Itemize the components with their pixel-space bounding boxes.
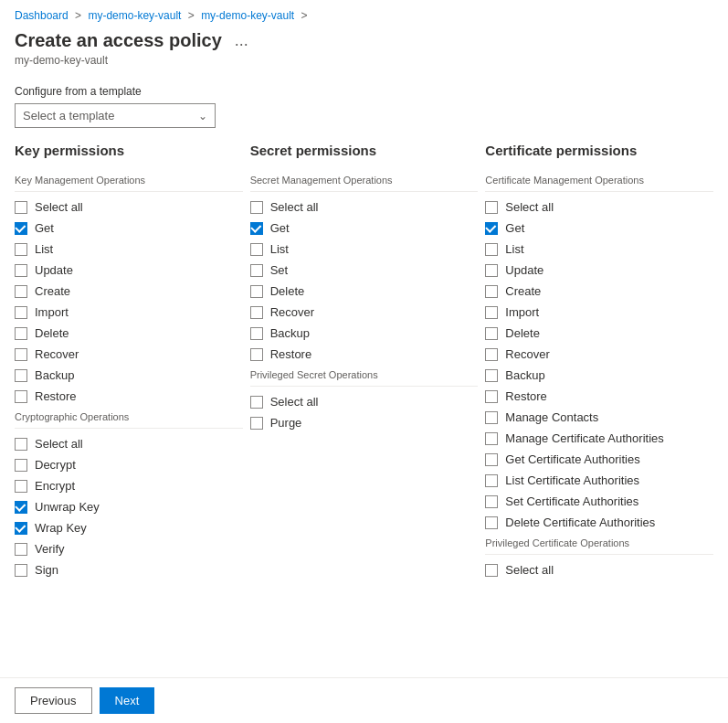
checkbox-key-0-8[interactable] xyxy=(15,369,27,382)
checkbox-certificate-0-13[interactable] xyxy=(485,474,498,487)
checkbox-label-key-0-8[interactable]: Backup xyxy=(35,368,74,382)
checkbox-label-key-1-2[interactable]: Encrypt xyxy=(35,479,75,493)
checkbox-label-key-0-4[interactable]: Create xyxy=(35,284,70,298)
checkbox-label-certificate-1-0[interactable]: Select all xyxy=(505,563,554,577)
col-key: Key permissionsKey Management Operations… xyxy=(15,143,243,585)
checkbox-certificate-1-0[interactable] xyxy=(485,564,498,577)
checkbox-label-key-0-7[interactable]: Recover xyxy=(35,347,79,361)
breadcrumb-vault2[interactable]: my-demo-key-vault xyxy=(201,9,294,22)
checkbox-secret-0-0[interactable] xyxy=(250,201,263,214)
checkbox-key-0-1[interactable] xyxy=(15,222,27,235)
checkbox-label-key-0-2[interactable]: List xyxy=(35,242,53,256)
checkbox-label-key-0-5[interactable]: Import xyxy=(35,305,69,319)
checkbox-label-key-0-1[interactable]: Get xyxy=(35,221,54,235)
checkbox-row: Get xyxy=(15,220,243,236)
checkbox-key-1-0[interactable] xyxy=(15,438,27,451)
checkbox-secret-1-1[interactable] xyxy=(250,417,263,430)
checkbox-certificate-0-12[interactable] xyxy=(485,453,498,466)
checkbox-key-1-6[interactable] xyxy=(15,564,27,577)
checkbox-key-1-3[interactable] xyxy=(15,501,27,514)
checkbox-label-secret-1-1[interactable]: Purge xyxy=(270,416,302,430)
checkbox-label-key-1-1[interactable]: Decrypt xyxy=(35,458,76,472)
checkbox-certificate-0-11[interactable] xyxy=(485,432,498,445)
checkbox-label-certificate-0-2[interactable]: List xyxy=(505,242,523,256)
checkbox-certificate-0-1[interactable] xyxy=(485,222,498,235)
checkbox-label-certificate-0-4[interactable]: Create xyxy=(505,284,541,298)
checkbox-label-certificate-0-14[interactable]: Set Certificate Authorities xyxy=(505,494,638,508)
checkbox-label-key-0-9[interactable]: Restore xyxy=(35,389,77,403)
checkbox-key-0-9[interactable] xyxy=(15,390,27,403)
checkbox-secret-0-7[interactable] xyxy=(250,348,263,361)
checkbox-secret-0-6[interactable] xyxy=(250,327,263,340)
checkbox-row: Encrypt xyxy=(15,478,243,494)
checkbox-label-key-1-3[interactable]: Unwrap Key xyxy=(35,500,100,514)
checkbox-label-secret-0-4[interactable]: Delete xyxy=(270,284,305,298)
next-button[interactable]: Next xyxy=(100,687,155,714)
breadcrumb-dashboard[interactable]: Dashboard xyxy=(15,9,69,22)
checkbox-label-secret-0-3[interactable]: Set xyxy=(270,263,289,277)
checkbox-key-1-2[interactable] xyxy=(15,480,27,493)
checkbox-secret-0-4[interactable] xyxy=(250,285,263,298)
checkbox-label-certificate-0-15[interactable]: Delete Certificate Authorities xyxy=(505,516,655,529)
checkbox-row: Select all xyxy=(250,394,479,409)
checkbox-key-1-1[interactable] xyxy=(15,459,27,472)
checkbox-certificate-0-0[interactable] xyxy=(485,201,498,214)
checkbox-label-key-0-0[interactable]: Select all xyxy=(35,200,83,214)
checkbox-label-certificate-0-8[interactable]: Backup xyxy=(505,368,544,382)
checkbox-label-certificate-0-11[interactable]: Manage Certificate Authorities xyxy=(505,431,663,445)
checkbox-secret-0-5[interactable] xyxy=(250,306,263,319)
checkbox-label-secret-0-2[interactable]: List xyxy=(270,242,289,256)
checkbox-label-key-1-4[interactable]: Wrap Key xyxy=(35,521,87,535)
checkbox-key-1-4[interactable] xyxy=(15,522,27,535)
checkbox-label-certificate-0-9[interactable]: Restore xyxy=(505,389,547,403)
checkbox-secret-1-0[interactable] xyxy=(250,396,263,409)
checkbox-certificate-0-10[interactable] xyxy=(485,411,498,424)
checkbox-key-0-5[interactable] xyxy=(15,306,27,319)
checkbox-label-secret-0-5[interactable]: Recover xyxy=(270,305,314,319)
checkbox-label-certificate-0-6[interactable]: Delete xyxy=(505,326,540,340)
checkbox-label-certificate-0-5[interactable]: Import xyxy=(505,305,539,319)
checkbox-secret-0-1[interactable] xyxy=(250,222,263,235)
checkbox-label-secret-0-7[interactable]: Restore xyxy=(270,347,312,361)
checkbox-label-key-0-3[interactable]: Update xyxy=(35,263,73,277)
checkbox-label-secret-0-6[interactable]: Backup xyxy=(270,326,310,340)
checkbox-key-0-0[interactable] xyxy=(15,201,27,214)
checkbox-label-certificate-0-12[interactable]: Get Certificate Authorities xyxy=(505,452,639,466)
checkbox-certificate-0-7[interactable] xyxy=(485,348,498,361)
checkbox-label-certificate-0-13[interactable]: List Certificate Authorities xyxy=(505,473,639,487)
checkbox-certificate-0-3[interactable] xyxy=(485,264,498,277)
checkbox-certificate-0-4[interactable] xyxy=(485,285,498,298)
checkbox-key-0-7[interactable] xyxy=(15,348,27,361)
checkbox-label-key-1-6[interactable]: Sign xyxy=(35,563,58,577)
checkbox-certificate-0-5[interactable] xyxy=(485,306,498,319)
checkbox-certificate-0-2[interactable] xyxy=(485,243,498,256)
checkbox-key-0-6[interactable] xyxy=(15,327,27,340)
checkbox-label-secret-0-0[interactable]: Select all xyxy=(270,200,319,214)
checkbox-key-0-2[interactable] xyxy=(15,243,27,256)
checkbox-row: Manage Contacts xyxy=(485,409,713,425)
checkbox-label-secret-0-1[interactable]: Get xyxy=(270,221,290,235)
checkbox-label-key-1-0[interactable]: Select all xyxy=(35,437,83,451)
checkbox-certificate-0-14[interactable] xyxy=(485,495,498,508)
checkbox-label-secret-1-0[interactable]: Select all xyxy=(270,395,319,409)
checkbox-certificate-0-6[interactable] xyxy=(485,327,498,340)
checkbox-label-certificate-0-3[interactable]: Update xyxy=(505,263,543,277)
checkbox-key-0-3[interactable] xyxy=(15,264,27,277)
checkbox-key-0-4[interactable] xyxy=(15,285,27,298)
template-select-dropdown[interactable]: Select a template ⌄ xyxy=(15,103,216,128)
checkbox-label-certificate-0-1[interactable]: Get xyxy=(505,221,524,235)
checkbox-certificate-0-8[interactable] xyxy=(485,369,498,382)
checkbox-secret-0-3[interactable] xyxy=(250,264,263,277)
checkbox-label-key-1-5[interactable]: Verify xyxy=(35,542,65,556)
checkbox-label-key-0-6[interactable]: Delete xyxy=(35,326,69,340)
checkbox-secret-0-2[interactable] xyxy=(250,243,263,256)
breadcrumb-vault1[interactable]: my-demo-key-vault xyxy=(88,9,181,22)
ellipsis-button[interactable]: ... xyxy=(229,29,254,52)
checkbox-key-1-5[interactable] xyxy=(15,543,27,556)
checkbox-label-certificate-0-7[interactable]: Recover xyxy=(505,347,549,361)
checkbox-label-certificate-0-0[interactable]: Select all xyxy=(505,200,554,214)
checkbox-label-certificate-0-10[interactable]: Manage Contacts xyxy=(505,410,598,424)
checkbox-certificate-0-15[interactable] xyxy=(485,516,498,529)
previous-button[interactable]: Previous xyxy=(15,687,92,714)
checkbox-certificate-0-9[interactable] xyxy=(485,390,498,403)
